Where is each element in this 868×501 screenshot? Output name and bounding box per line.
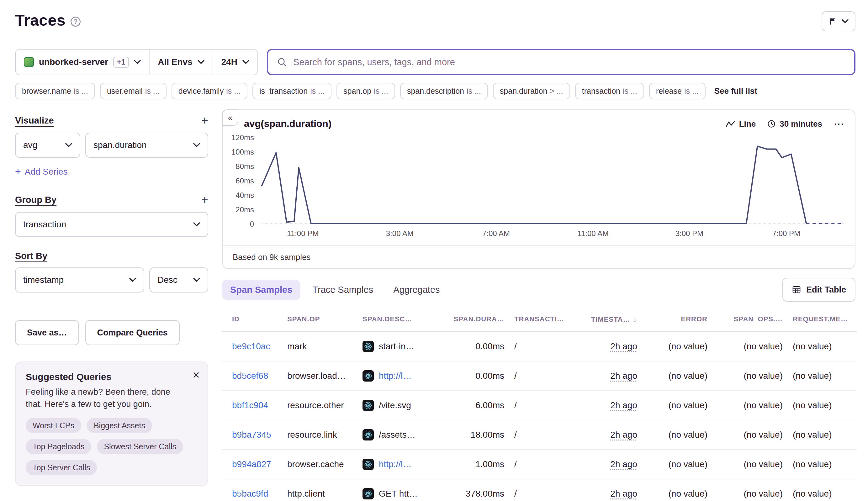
cell-request-method: (no value)	[788, 479, 857, 501]
group-by-select[interactable]: transaction	[15, 212, 208, 237]
suggested-query-chip[interactable]: Worst LCPs	[26, 418, 81, 433]
span-id-link[interactable]: be9c10ac	[232, 341, 270, 351]
save-as-button[interactable]: Save as…	[15, 320, 79, 345]
span-description-link[interactable]: http://l…	[379, 459, 411, 469]
span-id-link[interactable]: bd5cef68	[232, 371, 268, 381]
cell-id: b5bac9fd	[222, 479, 282, 501]
sort-field-select[interactable]: timestamp	[15, 267, 144, 292]
page-title: Traces	[15, 11, 65, 30]
filter-chip[interactable]: transactionis ...	[575, 83, 644, 99]
react-atom-icon	[362, 459, 374, 470]
column-header-id[interactable]: ID	[222, 307, 282, 332]
page-filter-bar: unborked-server +1 All Envs 24H	[15, 49, 258, 75]
help-icon[interactable]: ?	[71, 17, 81, 26]
suggested-queries-title: Suggested Queries	[26, 372, 198, 382]
table-row[interactable]: b9ba7345resource.link/assets…18.00ms/2h …	[222, 420, 857, 450]
sort-direction-select[interactable]: Desc	[149, 267, 208, 292]
filter-chip[interactable]: span.descriptionis ...	[400, 83, 488, 99]
cell-span-ops: (no value)	[712, 391, 788, 420]
suggested-query-chip[interactable]: Top Server Calls	[26, 460, 97, 475]
query-controls-row: unborked-server +1 All Envs 24H	[15, 49, 856, 75]
filter-chip[interactable]: span.opis ...	[337, 83, 395, 99]
relative-timestamp[interactable]: 2h ago	[610, 401, 637, 410]
compare-queries-button[interactable]: Compare Queries	[85, 320, 180, 345]
chart-type-toggle[interactable]: Line	[726, 119, 756, 129]
column-header-span_ops[interactable]: SPAN_OPS.…	[712, 307, 788, 332]
tab-aggregates[interactable]: Aggregates	[385, 280, 448, 300]
column-header-timestamp[interactable]: TIMESTA… ↓	[578, 307, 642, 332]
chart-options-icon[interactable]: ⋯	[834, 118, 845, 130]
cell-duration: 378.00ms	[438, 479, 509, 501]
filter-chip[interactable]: releaseis ...	[649, 83, 706, 99]
cell-transaction: /	[509, 450, 578, 479]
relative-timestamp[interactable]: 2h ago	[610, 371, 637, 381]
add-visualize-button[interactable]: +	[201, 115, 208, 126]
column-header-span_op[interactable]: SPAN.OP	[282, 307, 358, 332]
span-id-link[interactable]: bbf1c904	[232, 401, 268, 410]
column-header-transaction[interactable]: TRANSACTI…	[509, 307, 578, 332]
suggested-chip-list: Worst LCPsBiggest AssetsTop PageloadsSlo…	[26, 418, 198, 475]
search-bar[interactable]	[267, 49, 856, 75]
cell-span-op: http.client	[282, 479, 358, 501]
filter-chips-row: browser.nameis ...user.emailis ...device…	[15, 83, 856, 99]
filter-chip[interactable]: device.familyis ...	[171, 83, 247, 99]
suggested-queries-card: Suggested Queries ✕ Feeling like a newb?…	[15, 362, 208, 486]
suggested-query-chip[interactable]: Top Pageloads	[26, 439, 91, 454]
table-row[interactable]: bbf1c904resource.other/vite.svg6.00ms/2h…	[222, 391, 857, 420]
column-header-request_method[interactable]: REQUEST.ME…	[788, 307, 857, 332]
suggested-query-chip[interactable]: Slowest Server Calls	[97, 439, 183, 454]
relative-timestamp[interactable]: 2h ago	[610, 430, 637, 439]
collapse-sidebar-icon[interactable]: «	[222, 109, 238, 126]
filter-chip[interactable]: is_transactionis ...	[252, 83, 331, 99]
search-input[interactable]	[293, 57, 845, 67]
clock-icon	[767, 119, 776, 128]
chevron-down-icon	[841, 19, 849, 23]
filter-chip[interactable]: browser.nameis ...	[15, 83, 95, 99]
cell-id: bbf1c904	[222, 391, 282, 420]
span-id-link[interactable]: b9ba7345	[232, 430, 271, 439]
span-description-link[interactable]: http://l…	[379, 371, 411, 381]
field-select[interactable]: span.duration	[85, 132, 208, 158]
feedback-flag-button[interactable]	[822, 11, 856, 31]
column-header-span_duration[interactable]: SPAN.DURA…	[438, 307, 509, 332]
edit-table-label: Edit Table	[806, 285, 846, 295]
chart-plot[interactable]	[262, 138, 844, 224]
column-header-error[interactable]: ERROR	[642, 307, 712, 332]
filter-chip[interactable]: user.emailis ...	[100, 83, 167, 99]
cell-error: (no value)	[642, 391, 712, 420]
date-range-selector[interactable]: 24H	[213, 50, 257, 75]
table-row[interactable]: be9c10acmarkstart-in…0.00ms/2h ago(no va…	[222, 332, 857, 361]
close-icon[interactable]: ✕	[192, 370, 200, 381]
flag-icon	[828, 17, 837, 26]
relative-timestamp[interactable]: 2h ago	[610, 489, 637, 499]
span-id-link[interactable]: b5bac9fd	[232, 489, 268, 499]
span-id-link[interactable]: b994a827	[232, 459, 271, 469]
relative-timestamp[interactable]: 2h ago	[610, 459, 637, 469]
sort-direction-value: Desc	[157, 275, 178, 285]
filter-chip[interactable]: span.duration> ...	[493, 83, 570, 99]
cell-span-ops: (no value)	[712, 420, 788, 450]
edit-table-button[interactable]: Edit Table	[782, 278, 856, 302]
relative-timestamp[interactable]: 2h ago	[610, 341, 637, 351]
environment-selector[interactable]: All Envs	[149, 50, 212, 75]
project-selector[interactable]: unborked-server +1	[16, 50, 149, 75]
y-axis-tick: 120ms	[231, 133, 254, 142]
project-count-badge: +1	[113, 57, 129, 68]
tab-trace-samples[interactable]: Trace Samples	[304, 280, 381, 300]
group-by-value: transaction	[23, 220, 66, 230]
table-row[interactable]: b994a827browser.cachehttp://l…1.00ms/2h …	[222, 450, 857, 479]
see-full-list-button[interactable]: See full list	[711, 83, 761, 99]
add-group-by-button[interactable]: +	[201, 194, 208, 206]
cell-span-op: mark	[282, 332, 358, 361]
main-panel: « avg(span.duration) Line	[222, 109, 856, 501]
cell-duration: 1.00ms	[438, 450, 509, 479]
interval-selector[interactable]: 30 minutes	[767, 119, 822, 129]
table-row[interactable]: b5bac9fdhttp.clientGET htt…378.00ms/2h a…	[222, 479, 857, 501]
column-header-span_description[interactable]: SPAN.DESC…	[358, 307, 438, 332]
cell-span-description: http://l…	[358, 450, 438, 479]
table-row[interactable]: bd5cef68browser.load…http://l…0.00ms/2h …	[222, 361, 857, 391]
suggested-query-chip[interactable]: Biggest Assets	[87, 418, 152, 433]
tab-span-samples[interactable]: Span Samples	[222, 280, 300, 300]
add-series-button[interactable]: + Add Series	[15, 166, 68, 178]
aggregate-select[interactable]: avg	[15, 132, 80, 158]
